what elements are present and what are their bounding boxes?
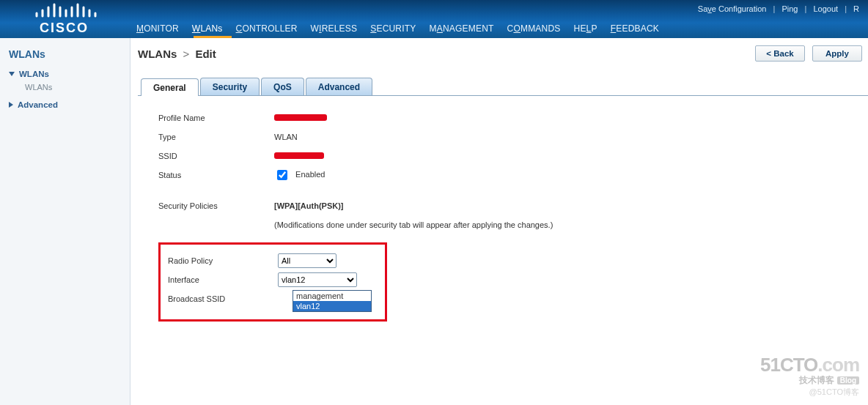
- interface-label: Interface: [168, 275, 278, 284]
- apply-button[interactable]: Apply: [812, 45, 862, 62]
- logout-link[interactable]: Logout: [810, 4, 841, 13]
- sidebar-heading: WLANs: [9, 48, 130, 60]
- main-nav: MONITOR WLANs CONTROLLER WIRELESS SECURI…: [136, 23, 659, 34]
- top-bar: Save Configuration | Ping | Logout | R C…: [0, 0, 868, 38]
- profile-name-value: [274, 114, 327, 122]
- nav-feedback[interactable]: FEEDBACK: [611, 23, 659, 34]
- tab-security[interactable]: Security: [200, 78, 260, 95]
- radio-policy-select[interactable]: All: [278, 253, 336, 268]
- general-panel: Profile Name Type WLAN SSID Status Enabl…: [138, 96, 868, 322]
- type-label: Type: [158, 133, 274, 141]
- interface-select[interactable]: vlan12: [278, 272, 357, 287]
- interface-option-management[interactable]: management: [293, 291, 371, 301]
- sidebar-item-label: WLANs: [25, 83, 52, 92]
- ssid-label: SSID: [158, 152, 274, 160]
- nav-monitor[interactable]: MONITOR: [136, 23, 179, 34]
- type-value: WLAN: [274, 133, 298, 141]
- radio-policy-label: Radio Policy: [168, 256, 278, 265]
- security-policies-label: Security Policies: [158, 201, 274, 210]
- watermark: 51CTO.com 技术博客Blog @51CTO博客: [760, 355, 859, 398]
- sidebar-item-wlans-sub[interactable]: WLANs: [9, 81, 130, 94]
- back-button[interactable]: < Back: [755, 45, 805, 62]
- sidebar-item-label: WLANs: [19, 70, 49, 78]
- sidebar: WLANs WLANs WLANs Advanced: [0, 38, 130, 405]
- ping-link[interactable]: Ping: [779, 4, 801, 13]
- main-content: WLANs > Edit < Back Apply General Securi…: [130, 38, 868, 405]
- tab-bar: General Security QoS Advanced: [138, 78, 868, 96]
- chevron-down-icon: [9, 72, 15, 76]
- cisco-logo: CISCO: [32, 3, 106, 35]
- interface-option-vlan12[interactable]: vlan12: [293, 301, 371, 311]
- tab-general[interactable]: General: [141, 78, 199, 96]
- status-text: Enabled: [295, 170, 325, 179]
- nav-help[interactable]: HELP: [574, 23, 597, 34]
- sidebar-item-label: Advanced: [18, 100, 58, 109]
- status-checkbox[interactable]: [277, 170, 287, 180]
- nav-wlans[interactable]: WLANs: [192, 23, 223, 34]
- nav-security[interactable]: SECURITY: [370, 23, 416, 34]
- refresh-link[interactable]: R: [850, 4, 862, 13]
- utility-links: Save Configuration | Ping | Logout | R: [695, 4, 862, 13]
- nav-management[interactable]: MANAGEMENT: [430, 23, 494, 34]
- save-configuration-link[interactable]: Save Configuration: [695, 4, 770, 13]
- broadcast-ssid-label: Broadcast SSID: [168, 294, 278, 303]
- chevron-right-icon: [9, 102, 13, 108]
- ssid-value: [274, 152, 324, 160]
- interface-dropdown-list[interactable]: management vlan12: [293, 290, 372, 312]
- security-policies-value: [WPA][Auth(PSK)]: [274, 201, 344, 210]
- profile-name-label: Profile Name: [158, 114, 274, 122]
- svg-text:CISCO: CISCO: [40, 21, 89, 35]
- page-title: WLANs > Edit: [138, 48, 216, 60]
- nav-commands[interactable]: COMMANDS: [507, 23, 561, 34]
- highlighted-settings: Radio Policy All Interface vlan12 Broadc…: [158, 242, 387, 322]
- tab-qos[interactable]: QoS: [261, 78, 304, 95]
- security-policies-note: (Modifications done under security tab w…: [274, 220, 553, 229]
- nav-wireless[interactable]: WIRELESS: [311, 23, 358, 34]
- nav-controller[interactable]: CONTROLLER: [236, 23, 298, 34]
- tab-advanced[interactable]: Advanced: [306, 78, 372, 95]
- sidebar-item-wlans[interactable]: WLANs: [9, 67, 130, 81]
- sidebar-item-advanced[interactable]: Advanced: [9, 98, 130, 111]
- status-label: Status: [158, 171, 274, 179]
